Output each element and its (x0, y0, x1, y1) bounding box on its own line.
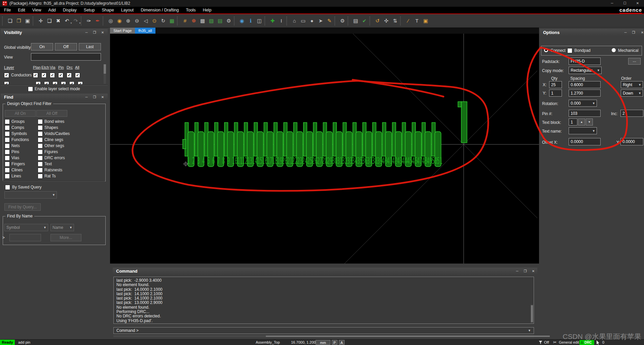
find-nets-checkbox[interactable] (5, 143, 10, 148)
y-qty-field[interactable]: 1 (549, 90, 562, 97)
find-groups-checkbox[interactable] (5, 119, 10, 124)
find-fingers-checkbox[interactable] (5, 162, 10, 167)
find-text-checkbox[interactable] (38, 162, 43, 167)
mechanical-radio[interactable] (612, 48, 616, 52)
find-comps-checkbox[interactable] (5, 125, 10, 130)
show-properties-icon[interactable]: ℹ (247, 17, 255, 25)
saved-query-dropdown[interactable]: ▼ (4, 191, 57, 199)
find-bond-wires-checkbox[interactable] (38, 119, 43, 124)
layer-col-via[interactable]: Via (50, 65, 55, 69)
command-hscrollbar[interactable] (113, 335, 534, 337)
all-off-button[interactable]: All Off (36, 110, 67, 117)
visibility-scrollbar[interactable] (104, 64, 106, 84)
find-clines-checkbox[interactable] (5, 168, 10, 173)
redraw-icon[interactable]: ↻ (159, 17, 167, 25)
visibility-minimize-icon[interactable]: ─ (83, 30, 90, 35)
find-cline-segs-checkbox[interactable] (38, 137, 43, 142)
mouse-customize-icon[interactable]: ✣ (382, 17, 390, 25)
conductors-row-checkbox[interactable]: ✓ (4, 73, 9, 78)
label-tool-icon[interactable]: T (413, 17, 421, 25)
inc-field[interactable]: 2 (620, 110, 643, 117)
menu-item-edit[interactable]: Edit (15, 7, 28, 13)
close-window-button[interactable]: ✕ (631, 0, 644, 7)
find-by-query-button[interactable]: Find by Query... (4, 203, 41, 211)
find-ratsnests-checkbox[interactable] (38, 168, 43, 173)
filter-state-text[interactable]: Off (544, 340, 549, 345)
x-spacing-field[interactable]: 0.6000 (569, 81, 601, 88)
find-float-icon[interactable]: ❐ (92, 95, 98, 100)
shape-polygon-icon[interactable]: ⌂ (290, 17, 298, 25)
menu-item-view[interactable]: View (29, 7, 44, 13)
global-visibility-off-button[interactable]: Off (55, 43, 77, 50)
command-minimize-icon[interactable]: ─ (514, 269, 520, 274)
find-other-segs-checkbox[interactable] (38, 143, 43, 148)
connect-radio[interactable] (544, 48, 548, 52)
menu-item-file[interactable]: File (1, 7, 14, 13)
command-float-icon[interactable]: ❐ (522, 269, 528, 274)
shape-circular-icon[interactable]: ● (308, 17, 316, 25)
more-button[interactable]: More... (50, 234, 81, 241)
assign-color-icon[interactable]: ▧ (207, 17, 215, 25)
find-minimize-icon[interactable]: ─ (83, 95, 90, 100)
offset-x-field[interactable]: 0.0000 (569, 138, 601, 145)
conductors-via-checkbox[interactable]: ✓ (50, 73, 55, 78)
x-qty-field[interactable]: 25 (549, 81, 562, 88)
menu-item-display[interactable]: Display (60, 7, 80, 13)
layer-col-drc[interactable]: Drc (67, 65, 73, 69)
add-pin-icon[interactable]: ✚ (269, 17, 277, 25)
layer-column-header[interactable]: Layer (4, 65, 14, 70)
find-functions-checkbox[interactable] (5, 137, 10, 142)
find-by-name-type-dropdown[interactable]: Symbol▼ (4, 224, 48, 231)
dropdown-caret-icon[interactable]: ▼ (79, 22, 81, 24)
visibility-close-icon[interactable]: ✕ (100, 30, 106, 35)
find-drc-errors-checkbox[interactable] (38, 156, 43, 161)
conductors-etch-checkbox[interactable]: ✓ (41, 73, 46, 78)
options-close-icon[interactable]: ✕ (639, 30, 644, 35)
conductors-pin-checkbox[interactable]: ✓ (58, 73, 63, 78)
shape-select-icon[interactable]: ➤ (317, 17, 325, 25)
design-canvas[interactable]: 1234567891011121314151617181920212223242… (110, 34, 539, 264)
pin-number-field[interactable]: 103 (569, 110, 601, 117)
global-visibility-on-button[interactable]: On (31, 43, 53, 50)
copy-tool-icon[interactable]: ❑ (45, 17, 53, 25)
zoom-previous-icon[interactable]: ◁ (142, 17, 150, 25)
text-block-up-icon[interactable]: ▲ (578, 118, 585, 126)
text-name-dropdown[interactable]: ▼ (569, 127, 597, 134)
menu-item-layout[interactable]: Layout (118, 7, 137, 13)
offset-y-field[interactable]: 0.0000 (620, 138, 643, 145)
menu-item-tools[interactable]: Tools (183, 7, 199, 13)
visibility-float-icon[interactable]: ❐ (92, 30, 98, 35)
shape-edit-boundary-icon[interactable]: ✎ (325, 17, 333, 25)
text-block-down-icon[interactable]: ▼ (586, 118, 593, 126)
flip-design-icon[interactable]: ⇅ (391, 17, 399, 25)
find-figures-checkbox[interactable] (38, 149, 43, 154)
shape-rectangular-icon[interactable]: ▭ (299, 17, 307, 25)
find-close-icon[interactable]: ✕ (100, 95, 106, 100)
layer-col-pin[interactable]: Pin (58, 65, 64, 69)
find-lines-checkbox[interactable] (5, 174, 10, 179)
a-button[interactable]: A (339, 340, 345, 345)
command-log[interactable]: last pick: -2.9000 3.4000No element foun… (113, 277, 534, 324)
padstack-field[interactable]: FH35-D (569, 58, 601, 65)
zoom-by-points-icon[interactable]: ◎ (107, 17, 115, 25)
zoom-fit-icon[interactable]: ◉ (115, 17, 123, 25)
copy-mode-dropdown[interactable]: Rectangular▼ (569, 67, 602, 74)
text-block-field[interactable]: 1 (569, 118, 577, 126)
x-order-dropdown[interactable]: Right▼ (621, 81, 643, 88)
menu-item-dimension-drafting[interactable]: Dimension / Drafting (138, 7, 182, 13)
layer-col-all[interactable]: All (75, 65, 79, 69)
find-by-name-mode-dropdown[interactable]: Name▼ (50, 224, 74, 231)
color-dialog-icon[interactable]: ☸ (190, 17, 198, 25)
command-log-scrollbar[interactable] (531, 305, 533, 323)
options-float-icon[interactable]: ❐ (631, 30, 637, 35)
filter-icon[interactable] (539, 341, 542, 344)
open-board-view-icon[interactable]: ▦ (168, 17, 176, 25)
view-combobox[interactable] (31, 53, 101, 61)
drc-update-icon[interactable]: ✔ (360, 17, 368, 25)
zoom-world-icon[interactable]: ⊙ (150, 17, 158, 25)
global-visibility-last-button[interactable]: Last (79, 43, 101, 50)
conductors-plan-checkbox[interactable]: ✓ (33, 73, 38, 78)
measure-icon[interactable]: ∕ (404, 17, 412, 25)
padstack-editor-icon[interactable]: ⚙ (338, 17, 347, 25)
add-text-icon[interactable]: I (277, 17, 285, 25)
